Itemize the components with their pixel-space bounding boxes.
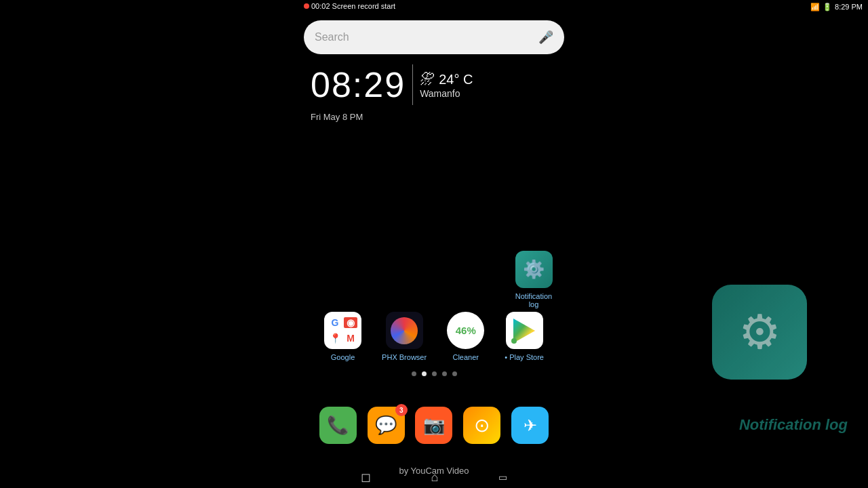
cleaner-percent: 46%: [456, 325, 476, 336]
status-right: 📶 🔋 8:29 PM: [810, 3, 863, 12]
page-dot-3[interactable]: [432, 371, 437, 376]
playstore-label: • Play Store: [505, 353, 544, 361]
app-item-cleaner[interactable]: 46% Cleaner: [447, 312, 484, 361]
search-placeholder: Search: [315, 31, 533, 43]
messages-icon: 💬: [375, 415, 397, 436]
youcam-watermark: by YouCam Video: [399, 466, 469, 476]
google-label: Google: [331, 353, 355, 361]
clock-divider: [412, 64, 413, 105]
notif-log-text-right: Notification log: [739, 416, 848, 434]
cleaner-app-icon[interactable]: 46%: [447, 312, 484, 349]
copilot-icon: ✈: [524, 416, 537, 435]
page-dot-4[interactable]: [442, 371, 447, 376]
camera-icon: 📷: [423, 415, 445, 436]
weather-icon: ⛈: [420, 70, 435, 88]
play-triangle-svg: [513, 319, 535, 343]
page-dot-5[interactable]: [452, 371, 457, 376]
clock-date: Fri May 8 PM: [311, 112, 363, 122]
dock-row: 📞 💬 3 📷 ⊙ ✈: [304, 407, 564, 444]
playstore-app-icon[interactable]: [506, 312, 543, 349]
google-app-icon[interactable]: G ◉ 📍 M: [324, 312, 361, 349]
perfectcorp-icon: ⊙: [474, 414, 490, 436]
large-gear-icon: ⚙: [738, 304, 781, 360]
clock-widget: 08:29 ⛈ 24° C Wamanfo: [304, 64, 564, 105]
search-bar[interactable]: Search 🎤: [304, 20, 564, 54]
cleaner-value: 46%: [456, 325, 476, 336]
app-item-google[interactable]: G ◉ 📍 M Google: [324, 312, 361, 361]
clock-time: 08:29: [311, 64, 406, 105]
status-bar: 📶 🔋 8:29 PM: [304, 0, 868, 14]
page-dot-1[interactable]: [412, 371, 416, 376]
weather-top: ⛈ 24° C: [420, 70, 473, 88]
google-chrome: ◉: [344, 317, 357, 328]
weather-section: ⛈ 24° C Wamanfo: [420, 70, 473, 99]
app-row: G ◉ 📍 M Google PHX Browser 46% Cleaner: [304, 312, 564, 361]
page-dot-2[interactable]: [422, 371, 427, 376]
cleaner-label: Cleaner: [452, 353, 479, 361]
notif-log-label: Notification log: [510, 292, 557, 308]
status-time: 8:29 PM: [835, 3, 863, 11]
messages-badge: 3: [395, 404, 408, 416]
playstore-dot: [511, 338, 517, 344]
svg-marker-0: [513, 319, 535, 343]
weather-temperature: 24° C: [439, 72, 473, 87]
google-gmail: M: [344, 333, 357, 344]
large-settings-icon-right[interactable]: ⚙: [712, 285, 807, 380]
notification-log-icon-top[interactable]: ⚙️ Notification log: [510, 251, 557, 308]
phx-swirl: [391, 317, 418, 344]
nav-recents-button[interactable]: ▭: [498, 472, 507, 483]
notif-log-app-icon[interactable]: ⚙️: [515, 251, 553, 288]
mic-icon[interactable]: 🎤: [538, 30, 553, 45]
page-dots: [304, 371, 564, 376]
signal-icon: 📶: [810, 3, 820, 12]
dock-phone[interactable]: 📞: [319, 407, 357, 444]
app-item-playstore[interactable]: • Play Store: [505, 312, 544, 361]
dock-perfectcorp[interactable]: ⊙: [463, 407, 500, 444]
dock-messages[interactable]: 💬 3: [368, 407, 405, 444]
nav-back-button[interactable]: ◻: [361, 470, 371, 485]
google-maps: 📍: [328, 333, 342, 344]
weather-location: Wamanfo: [420, 88, 473, 99]
phx-label: PHX Browser: [382, 353, 427, 361]
gear-icon: ⚙️: [523, 259, 545, 280]
dock-camera[interactable]: 📷: [415, 407, 452, 444]
phx-app-icon[interactable]: [386, 312, 423, 349]
google-g: G: [328, 317, 342, 328]
app-item-phx[interactable]: PHX Browser: [382, 312, 427, 361]
battery-icon: 🔋: [823, 3, 832, 12]
phone-icon: 📞: [327, 415, 349, 436]
dock-copilot[interactable]: ✈: [511, 407, 549, 444]
